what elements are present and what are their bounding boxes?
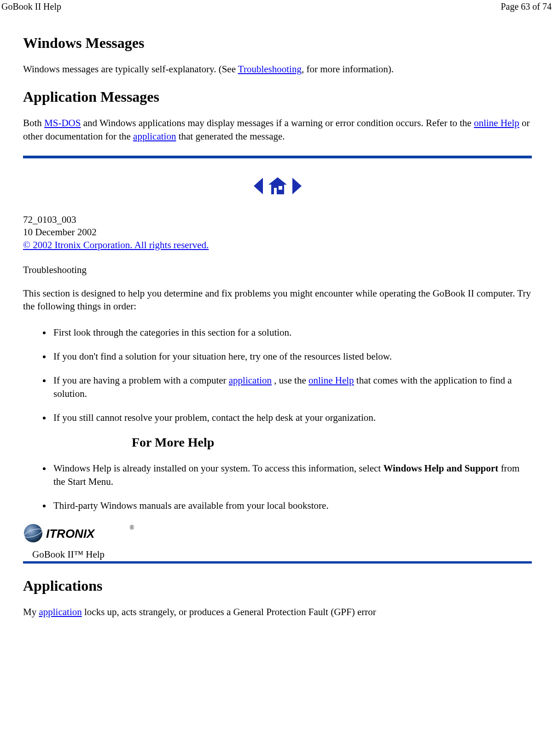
list-item: If you still cannot resolve your problem… xyxy=(52,411,532,424)
help-caption: GoBook II™ Help xyxy=(32,549,532,560)
text: My xyxy=(23,606,39,617)
text: Both xyxy=(23,117,44,128)
link-troubleshooting[interactable]: Troubleshooting xyxy=(238,64,302,75)
document-body: Windows Messages Windows messages are ty… xyxy=(23,35,532,632)
separator-bar xyxy=(23,561,532,564)
svg-rect-3 xyxy=(279,186,282,190)
nav-icon-row xyxy=(23,177,532,195)
separator-bar xyxy=(23,156,532,158)
logo-registered: ® xyxy=(130,524,134,531)
list-item: Third-party Windows manuals are availabl… xyxy=(52,499,532,512)
link-online-help[interactable]: online Help xyxy=(309,375,354,386)
document-meta: 72_0103_003 10 December 2002 © 2002 Itro… xyxy=(23,214,532,251)
link-application[interactable]: application xyxy=(229,375,272,386)
meta-docnum: 72_0103_003 xyxy=(23,214,532,226)
bold-text-windows-help: Windows Help and Support xyxy=(383,463,498,474)
svg-point-5 xyxy=(24,524,42,542)
text: , use the xyxy=(272,375,309,386)
list-item: First look through the categories in thi… xyxy=(52,326,532,339)
svg-marker-4 xyxy=(292,178,302,194)
link-online-help[interactable]: online Help xyxy=(474,117,519,128)
list-item: If you don't find a solution for your si… xyxy=(52,350,532,363)
more-help-list: Windows Help is already installed on you… xyxy=(23,462,532,512)
troubleshooting-steps-list: First look through the categories in thi… xyxy=(23,326,532,425)
heading-applications: Applications xyxy=(23,577,532,594)
paragraph-application-messages: Both MS-DOS and Windows applications may… xyxy=(23,116,532,143)
heading-application-messages: Application Messages xyxy=(23,88,532,105)
text: that generated the message. xyxy=(176,131,285,142)
heading-for-more-help: For More Help xyxy=(132,435,532,450)
paragraph-applications: My application locks up, acts strangely,… xyxy=(23,605,532,618)
text: Windows messages are typically self-expl… xyxy=(23,64,238,75)
nav-prev-icon[interactable] xyxy=(253,177,264,195)
nav-home-icon[interactable] xyxy=(268,177,288,195)
heading-windows-messages: Windows Messages xyxy=(23,35,532,52)
list-item: If you are having a problem with a compu… xyxy=(52,374,532,400)
link-application[interactable]: application xyxy=(39,606,81,617)
nav-next-icon[interactable] xyxy=(291,177,303,195)
itronix-logo: ITRONIX ® xyxy=(23,523,532,543)
text: and Windows applications may display mes… xyxy=(81,117,474,128)
text: Windows Help is already installed on you… xyxy=(53,463,383,474)
svg-rect-2 xyxy=(274,188,277,194)
meta-date: 10 December 2002 xyxy=(23,226,532,238)
header-title: GoBook II Help xyxy=(1,1,61,12)
text: , for more information). xyxy=(302,64,394,75)
link-application[interactable]: application xyxy=(133,131,176,142)
header-page-number: Page 63 of 74 xyxy=(501,1,552,12)
text: If you are having a problem with a compu… xyxy=(53,375,229,386)
svg-marker-0 xyxy=(254,178,263,194)
text: locks up, acts strangely, or produces a … xyxy=(82,606,376,617)
link-msdos[interactable]: MS-DOS xyxy=(44,117,81,128)
heading-troubleshooting: Troubleshooting xyxy=(23,264,532,276)
link-copyright[interactable]: © 2002 Itronix Corporation. All rights r… xyxy=(23,239,209,250)
list-item: Windows Help is already installed on you… xyxy=(52,462,532,488)
svg-marker-1 xyxy=(268,177,287,194)
paragraph-windows-messages: Windows messages are typically self-expl… xyxy=(23,63,532,76)
logo-text: ITRONIX xyxy=(46,527,95,541)
paragraph-troubleshooting-intro: This section is designed to help you det… xyxy=(23,287,532,313)
